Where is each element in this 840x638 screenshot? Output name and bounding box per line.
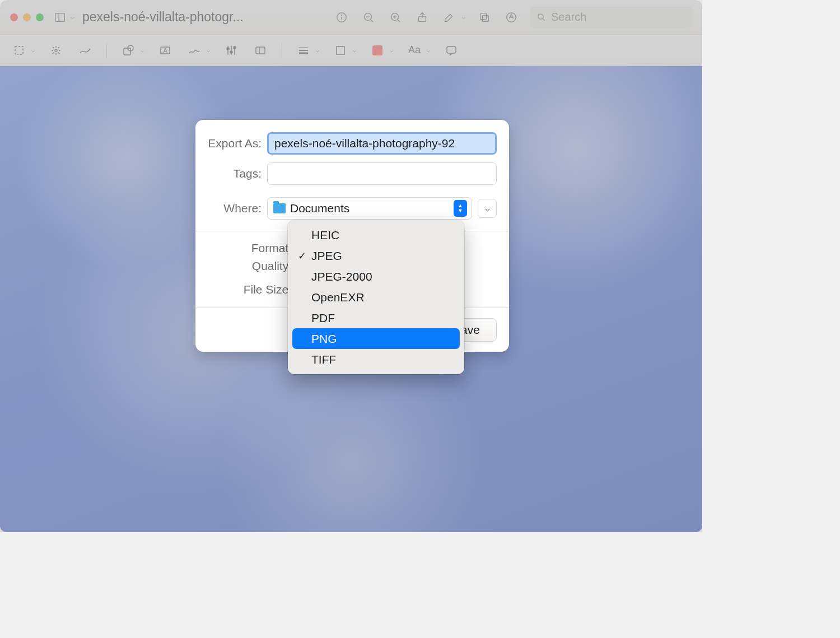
- format-option-png[interactable]: PNG: [292, 328, 460, 349]
- where-value: Documents: [290, 202, 349, 215]
- format-label: Format:: [208, 241, 297, 255]
- format-option-jpeg[interactable]: JPEG: [292, 245, 460, 266]
- where-label: Where:: [208, 202, 267, 215]
- format-option-jpeg2000[interactable]: JPEG-2000: [292, 266, 460, 287]
- select-stepper-icon: ▲▼: [454, 200, 467, 217]
- export-as-label: Export As:: [208, 137, 267, 150]
- format-option-pdf[interactable]: PDF: [292, 308, 460, 328]
- tags-field[interactable]: [267, 162, 497, 185]
- folder-icon: [273, 203, 286, 213]
- tags-label: Tags:: [208, 167, 267, 180]
- filesize-label: File Size:: [208, 283, 297, 296]
- export-as-field[interactable]: [267, 132, 497, 155]
- preview-window: ⌵ pexels-noé-villalta-photogr... ⌵: [0, 0, 702, 532]
- where-select[interactable]: Documents ▲▼: [267, 197, 472, 220]
- format-option-heic[interactable]: HEIC: [292, 225, 460, 245]
- format-option-openexr[interactable]: OpenEXR: [292, 287, 460, 308]
- format-option-tiff[interactable]: TIFF: [292, 349, 460, 370]
- expand-dialog-button[interactable]: ⌵: [478, 199, 497, 218]
- quality-label: Quality:: [208, 259, 297, 273]
- format-popup-menu: HEIC JPEG JPEG-2000 OpenEXR PDF PNG TIFF: [288, 220, 464, 374]
